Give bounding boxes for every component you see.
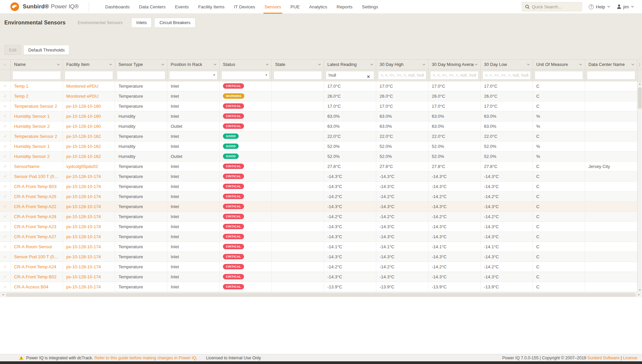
table-row[interactable]: ✓CR-A Front Temp A28px-10-128-10-174Temp… [0,212,637,222]
table-row[interactable]: ✓Humidity Sensor 1px-10-128-10-160Humidi… [0,111,637,121]
cell-name[interactable]: Humidity Sensor 1 [11,142,63,151]
cell-facility-item[interactable]: px-10-128-10-174 [63,222,115,232]
cell-name[interactable]: Temperature Sensor 2 [11,131,63,141]
cell-facility-item[interactable]: px-10-128-10-174 [63,282,115,292]
row-check-icon[interactable]: ✓ [0,232,11,242]
default-thresholds-button[interactable]: Default Thresholds [23,45,69,55]
table-row[interactable]: ✓Sensor Pod 100 T (00C0...px-10-128-10-1… [0,252,637,262]
row-check-icon[interactable]: ✓ [0,212,11,221]
cell-facility-item[interactable]: px-10-128-10-160 [63,101,115,111]
cell-name[interactable]: CR-A Front Temp A28 [11,212,63,221]
nav-item-events[interactable]: Events [175,0,189,14]
cell-name[interactable]: Sensor Pod 100 T (00C0... [11,252,63,262]
nav-item-analytics[interactable]: Analytics [309,0,327,14]
row-check-icon[interactable]: ✓ [0,121,11,131]
column-header-state[interactable]: State [272,60,324,69]
clear-filter-icon[interactable]: × [367,74,370,80]
table-row[interactable]: ✓SensorNamesydcolg05pdu02TemperatureInle… [0,162,637,172]
table-row[interactable]: ✓CR-A Front Temp A25px-10-128-10-174Temp… [0,192,637,202]
filter-input-name[interactable] [12,71,61,80]
scroll-down-icon[interactable]: ▼ [638,288,642,292]
vendor-link[interactable]: Sunbird Software [587,356,620,360]
cell-facility-item[interactable]: px-10-128-10-174 [63,242,115,252]
row-check-icon[interactable]: ✓ [0,262,11,272]
column-header-name[interactable]: Name [11,60,63,69]
row-check-icon[interactable]: ✓ [0,222,11,232]
cell-name[interactable]: Humidity Sensor 2 [11,121,63,131]
column-header-30-day-moving-average[interactable]: 30 Day Moving Average [428,60,481,69]
cell-facility-item[interactable]: px-10-128-10-160 [63,121,115,131]
cell-name[interactable]: Humidity Sensor 2 [11,152,63,161]
nav-item-settings[interactable]: Settings [362,0,378,14]
row-check-icon[interactable]: ✓ [0,131,11,141]
user-menu[interactable]: jim [617,4,634,9]
tab-inlets[interactable]: Inlets [131,18,152,28]
column-header-30-day-low[interactable]: 30 Day Low [481,60,533,69]
chevron-down-icon[interactable] [527,64,530,66]
table-row[interactable]: ✓Humidity Sensor 2px-10-128-10-162Humidi… [0,152,637,162]
help-menu[interactable]: ? Help [589,4,610,9]
chevron-down-icon[interactable] [475,64,478,66]
cell-facility-item[interactable]: px-10-128-10-160 [63,111,115,121]
vertical-scroll-thumb[interactable] [638,87,642,109]
cell-facility-item[interactable]: Monitored ePDU [63,91,115,101]
quick-search-input[interactable] [532,4,579,9]
column-header-30-day-high[interactable]: 30 Day High [376,60,428,69]
cell-name[interactable]: Sensor Pod 100 T (00C0... [11,172,63,181]
table-row[interactable]: ✓Humidity Sensor 1px-10-128-10-162Humidi… [0,142,637,152]
row-check-icon[interactable]: ✓ [0,81,11,91]
cell-name[interactable]: CR-A Front Temp A27 [11,232,63,242]
horizontal-scroll-thumb[interactable] [6,293,636,297]
cell-facility-item[interactable]: px-10-128-10-162 [63,131,115,141]
filter-input-30-day-moving-average[interactable] [430,71,479,80]
tab-circuit-breakers[interactable]: Circuit Breakers [154,18,195,28]
edit-button[interactable]: Edit [4,45,21,55]
nav-item-pue[interactable]: PUE [291,0,300,14]
table-row[interactable]: ✓CR-A Front Temp A24px-10-128-10-174Temp… [0,262,637,272]
nav-item-data-centers[interactable]: Data Centers [139,0,166,14]
tab-environmental-sensors[interactable]: Environmental Sensors [73,18,127,28]
filter-input-data-center-name[interactable] [587,71,635,80]
table-row[interactable]: ✓CR-A Front Temp A23px-10-128-10-174Temp… [0,222,637,232]
row-check-icon[interactable]: ✓ [0,192,11,201]
filter-input-30-day-high[interactable] [378,71,426,80]
nav-item-dashboards[interactable]: Dashboards [105,0,130,14]
table-row[interactable]: ✓Sensor Pod 100 T (00C0...px-10-128-10-1… [0,172,637,182]
table-row[interactable]: ✓Temp 2Monitored ePDUTemperatureInletWAR… [0,91,637,101]
row-check-icon[interactable]: ✓ [0,142,11,151]
nav-item-it-devices[interactable]: IT Devices [234,0,255,14]
cell-name[interactable]: CR-A Room Sensor [11,242,63,252]
cell-facility-item[interactable]: px-10-128-10-174 [63,252,115,262]
table-row[interactable]: ✓Temperature Sensor 2px-10-128-10-160Tem… [0,101,637,111]
cell-facility-item[interactable]: Monitored ePDU [63,81,115,91]
row-check-icon[interactable]: ✓ [0,111,11,121]
cell-name[interactable]: CR-A Front Temp A25 [11,192,63,201]
cell-facility-item[interactable]: px-10-128-10-174 [63,172,115,181]
scroll-left-icon[interactable]: ◄ [1,292,5,297]
row-check-icon[interactable]: ✓ [0,282,11,292]
chevron-down-icon[interactable] [631,64,634,66]
cell-facility-item[interactable]: px-10-128-10-162 [63,142,115,151]
table-row[interactable]: ✓CR-A Front Temp B02px-10-128-10-174Temp… [0,272,637,282]
cell-name[interactable]: CR-A Access B04 [11,282,63,292]
column-header-unit-of-measure[interactable]: Unit Of Measure [533,60,585,69]
row-check-icon[interactable]: ✓ [0,252,11,262]
cell-name[interactable]: CR-A Front Temp A22 [11,202,63,211]
vertical-scrollbar[interactable]: ▲ ▼ [637,82,642,292]
column-header-facility-item[interactable]: Facility Item [63,60,115,69]
horizontal-scrollbar[interactable]: ◄ ► [0,292,642,297]
row-check-icon[interactable]: ✓ [0,202,11,211]
row-check-icon[interactable]: ✓ [0,172,11,181]
chevron-down-icon[interactable] [318,64,321,66]
select-all-check-icon[interactable]: ✓ [0,60,11,69]
cell-facility-item[interactable]: px-10-128-10-174 [63,212,115,221]
cell-facility-item[interactable]: px-10-128-10-174 [63,192,115,201]
filter-input-sensor-type[interactable] [117,71,165,80]
scroll-up-icon[interactable]: ▲ [638,82,642,86]
column-header-status[interactable]: Status [220,60,272,69]
column-header-position-in-rack[interactable]: Position In Rack [167,60,220,69]
cell-name[interactable]: Humidity Sensor 1 [11,111,63,121]
app-logo[interactable]: Sunbird® Power IQ® [0,2,79,11]
filter-input-unit-of-measure[interactable] [535,71,583,80]
column-header-sensor-type[interactable]: Sensor Type [115,60,167,69]
